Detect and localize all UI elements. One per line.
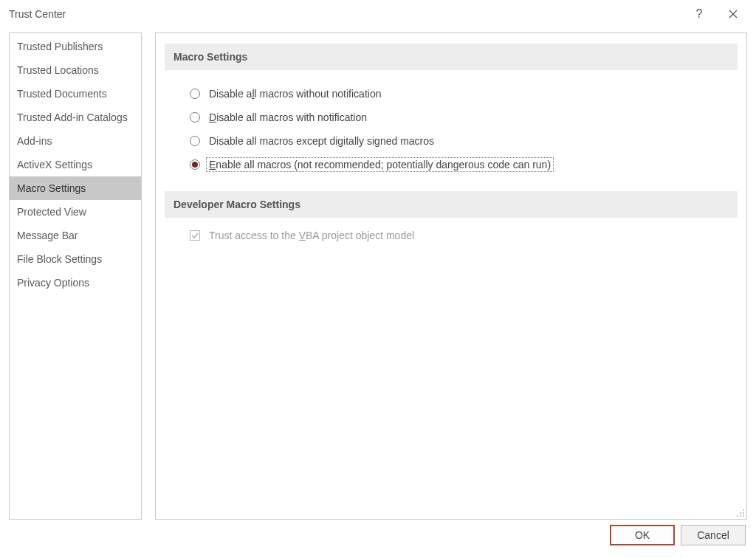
check-icon <box>191 232 199 239</box>
macro-settings-radio-group: Disable all macros without notification … <box>165 82 738 190</box>
sidebar-item-protected-view[interactable]: Protected View <box>10 200 141 224</box>
svg-point-5 <box>737 515 738 517</box>
sidebar-item-addins[interactable]: Add-ins <box>10 129 141 153</box>
macro-settings-heading: Macro Settings <box>165 44 738 70</box>
radio-enable-all-macros[interactable]: Enable all macros (not recommended; pote… <box>190 153 738 176</box>
checkbox-icon <box>190 230 200 241</box>
radio-label: Disable all macros without notification <box>209 88 381 100</box>
close-icon <box>729 10 738 18</box>
radio-icon <box>190 89 200 99</box>
svg-point-6 <box>740 515 741 517</box>
dialog-footer: OK Cancel <box>0 520 756 558</box>
settings-pane: Macro Settings Disable all macros withou… <box>155 32 747 520</box>
cancel-button[interactable]: Cancel <box>681 525 746 545</box>
titlebar: Trust Center ? <box>0 0 756 28</box>
sidebar-item-trusted-locations[interactable]: Trusted Locations <box>10 58 141 82</box>
help-button[interactable]: ? <box>682 3 716 25</box>
resize-grip[interactable] <box>735 507 745 517</box>
radio-disable-with-notification[interactable]: Disable all macros with notification <box>190 106 738 129</box>
resize-grip-icon <box>735 507 745 517</box>
radio-icon <box>190 136 200 146</box>
developer-macro-settings-section: Developer Macro Settings Trust access to… <box>165 191 738 241</box>
svg-point-2 <box>743 509 744 511</box>
trust-center-dialog: Trust Center ? Trusted Publishers Truste… <box>0 0 756 558</box>
sidebar-item-file-block-settings[interactable]: File Block Settings <box>10 247 141 271</box>
radio-label: Disable all macros except digitally sign… <box>209 135 434 147</box>
radio-label: Disable all macros with notification <box>209 111 367 123</box>
help-icon: ? <box>696 7 703 21</box>
radio-disable-without-notification[interactable]: Disable all macros without notification <box>190 82 738 106</box>
radio-icon <box>190 112 200 123</box>
checkbox-trust-vba-access: Trust access to the VBA project object m… <box>165 230 738 241</box>
svg-point-3 <box>740 512 741 514</box>
radio-icon <box>190 159 200 170</box>
content-area: Trusted Publishers Trusted Locations Tru… <box>0 28 756 520</box>
radio-label: Enable all macros (not recommended; pote… <box>206 157 554 172</box>
sidebar-item-trusted-documents[interactable]: Trusted Documents <box>10 82 141 106</box>
category-sidebar: Trusted Publishers Trusted Locations Tru… <box>9 32 142 520</box>
close-button[interactable] <box>716 3 750 25</box>
ok-button[interactable]: OK <box>610 525 675 545</box>
sidebar-item-macro-settings[interactable]: Macro Settings <box>10 176 141 200</box>
sidebar-item-message-bar[interactable]: Message Bar <box>10 224 141 247</box>
svg-point-4 <box>743 512 744 514</box>
radio-disable-except-signed[interactable]: Disable all macros except digitally sign… <box>190 129 738 153</box>
sidebar-item-activex-settings[interactable]: ActiveX Settings <box>10 153 141 176</box>
developer-macro-settings-heading: Developer Macro Settings <box>165 191 738 218</box>
svg-point-7 <box>743 515 744 517</box>
window-title: Trust Center <box>9 8 66 20</box>
sidebar-item-privacy-options[interactable]: Privacy Options <box>10 271 141 294</box>
checkbox-label: Trust access to the VBA project object m… <box>209 230 414 241</box>
sidebar-item-trusted-publishers[interactable]: Trusted Publishers <box>10 35 141 58</box>
sidebar-item-trusted-addin-catalogs[interactable]: Trusted Add-in Catalogs <box>10 106 141 129</box>
